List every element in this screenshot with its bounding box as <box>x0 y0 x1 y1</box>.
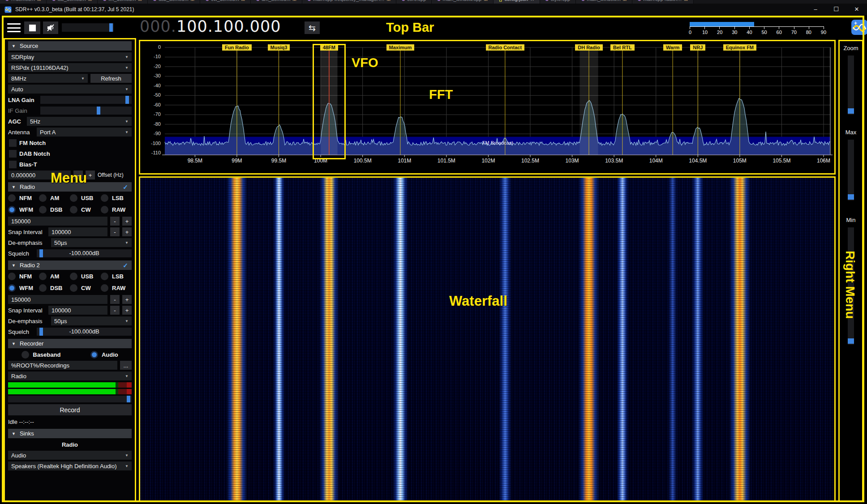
if-gain-slider[interactable] <box>40 107 132 115</box>
squelch-handle[interactable] <box>39 328 43 336</box>
mode-raw[interactable]: RAW <box>101 283 132 293</box>
snap-interval-input[interactable]: 100000 <box>48 227 107 236</box>
radio-circle[interactable] <box>39 194 47 202</box>
mode-cw[interactable]: CW <box>70 205 101 214</box>
volume-slider-handle[interactable] <box>109 23 113 32</box>
offset-plus-button[interactable]: + <box>86 171 95 179</box>
bandwidth-select[interactable]: 8MHz▼ <box>8 74 88 83</box>
agc-select[interactable]: 5Hz▼ <box>27 117 132 126</box>
radio-circle[interactable] <box>39 273 47 280</box>
stop-button[interactable] <box>24 21 40 34</box>
station-label-maximum[interactable]: Maximum <box>371 43 429 51</box>
section-header-radio[interactable]: ▼Radio✓ <box>8 182 132 192</box>
browse-button[interactable]: ... <box>120 361 132 370</box>
min-slider-handle[interactable] <box>848 338 854 344</box>
squelch-slider[interactable]: -100.000dB <box>37 328 132 336</box>
zoom-slider-handle[interactable] <box>848 108 854 114</box>
radio-circle[interactable] <box>21 351 29 359</box>
radio-circle[interactable] <box>8 194 16 202</box>
device-select[interactable]: RSPdx (191106DA42)▼ <box>8 63 132 72</box>
tab-close-icon[interactable]: ✕ <box>530 0 534 2</box>
fm-notch-checkbox[interactable] <box>9 139 17 147</box>
radio-circle[interactable] <box>70 194 77 202</box>
squelch-slider[interactable]: -100.000dB <box>37 249 132 257</box>
zoom-slider[interactable] <box>848 56 854 115</box>
radio-circle[interactable] <box>70 284 77 292</box>
recorder-volume-handle[interactable] <box>127 396 130 402</box>
editor-tab[interactable]: Cisb_demod.hM <box>47 0 98 4</box>
mode-wfm[interactable]: WFM <box>8 205 39 214</box>
section-header-source[interactable]: ▼Source <box>8 41 132 51</box>
editor-tab[interactable]: Cusb_demod.hM <box>148 0 200 4</box>
section-header-radio2[interactable]: ▼Radio 2✓ <box>8 261 132 270</box>
section-header-recorder[interactable]: ▼Recorder <box>8 339 132 348</box>
mode-usb[interactable]: USB <box>70 272 101 281</box>
bandwidth-plus-button[interactable]: + <box>122 295 132 304</box>
mode-dsb[interactable]: DSB <box>39 205 70 214</box>
gain-mode-select[interactable]: Auto▼ <box>8 85 132 94</box>
editor-tab[interactable]: Cmain.cpp frequency_manager\…M <box>302 0 396 4</box>
sink-type-select[interactable]: Audio▼ <box>8 451 132 460</box>
section-header-sinks[interactable]: ▼Sinks <box>8 429 132 438</box>
mode-lsb[interactable]: LSB <box>101 272 132 281</box>
mode-am[interactable]: AM <box>39 193 70 203</box>
recorder-mode-audio[interactable]: Audio <box>90 350 118 359</box>
record-button[interactable]: Record <box>8 404 132 415</box>
lna-gain-slider[interactable] <box>40 96 132 104</box>
radio-circle[interactable] <box>70 206 77 214</box>
waterfall-display[interactable]: Waterfall <box>139 176 836 502</box>
snap-plus-button[interactable]: + <box>122 227 132 236</box>
max-slider[interactable] <box>848 140 854 201</box>
bandwidth-minus-button[interactable]: - <box>110 295 120 304</box>
mode-raw[interactable]: RAW <box>101 205 132 214</box>
radio-circle[interactable] <box>101 206 108 214</box>
snap-minus-button[interactable]: - <box>110 306 120 315</box>
fft-display[interactable]: FM Broadcast VFO FFT 0-10-20-30-40-50-60… <box>140 41 834 173</box>
refresh-button[interactable]: Refresh <box>90 74 132 83</box>
station-label-bel-rtl[interactable]: Bel RTL <box>593 43 652 51</box>
frequency-display[interactable]: 000.100.100.000 <box>140 17 281 35</box>
radio-circle[interactable] <box>101 273 108 280</box>
offset-minus-button[interactable]: - <box>73 171 83 179</box>
editor-tab[interactable]: {}config.json✕ <box>494 0 540 4</box>
volume-slider[interactable] <box>62 23 114 32</box>
mode-nfm[interactable]: NFM <box>8 193 39 203</box>
lna-gain-handle[interactable] <box>125 96 129 104</box>
deemphasis-select[interactable]: 50µs▼ <box>51 316 132 325</box>
menu-icon[interactable] <box>7 22 21 34</box>
mode-wfm[interactable]: WFM <box>8 283 39 293</box>
mode-nfm[interactable]: NFM <box>8 272 39 281</box>
radio2-bandwidth-input[interactable]: 150000 <box>8 295 107 304</box>
bandwidth-plus-button[interactable]: + <box>122 217 132 226</box>
bias-t-checkbox[interactable] <box>9 161 17 168</box>
radio-circle[interactable] <box>39 206 47 214</box>
radio-circle[interactable] <box>8 206 16 214</box>
editor-tab[interactable]: Ccore.cpp <box>396 0 432 4</box>
mode-dsb[interactable]: DSB <box>39 283 70 293</box>
dab-notch-checkbox[interactable] <box>9 150 17 158</box>
radio-circle[interactable] <box>70 273 77 280</box>
max-slider-handle[interactable] <box>848 194 854 200</box>
snap-interval-input[interactable]: 100000 <box>48 306 107 315</box>
recordings-path-input[interactable]: %ROOT%/Recordings <box>8 361 117 370</box>
editor-tab[interactable]: Ccw_demod.hM <box>200 0 251 4</box>
mute-button[interactable] <box>43 21 58 34</box>
fft-spectrum-canvas[interactable] <box>140 41 834 173</box>
radio-circle[interactable] <box>39 284 47 292</box>
radio-circle[interactable] <box>8 284 16 292</box>
audio-device-select[interactable]: Speakers (Realtek High Definition Audio)… <box>8 461 132 470</box>
offset-input[interactable]: 0.000000 <box>8 171 71 179</box>
if-gain-handle[interactable] <box>97 107 100 115</box>
station-label-radio-contact[interactable]: Radio Contact <box>476 43 534 51</box>
radio-circle[interactable] <box>101 194 108 202</box>
editor-tab[interactable]: Cmain_window.hM <box>576 0 632 4</box>
radio1-bandwidth-input[interactable]: 150000 <box>8 217 107 226</box>
recorder-stream-select[interactable]: Radio▼ <box>8 372 132 380</box>
check-icon[interactable]: ✓ <box>123 262 128 269</box>
editor-tab[interactable]: Cfm_demod.hM <box>98 0 148 4</box>
source-type-select[interactable]: SDRplay▼ <box>8 52 132 61</box>
min-slider[interactable] <box>848 227 854 345</box>
squelch-handle[interactable] <box>39 249 43 257</box>
minimize-button[interactable]: – <box>805 4 826 15</box>
mode-cw[interactable]: CW <box>70 283 101 293</box>
